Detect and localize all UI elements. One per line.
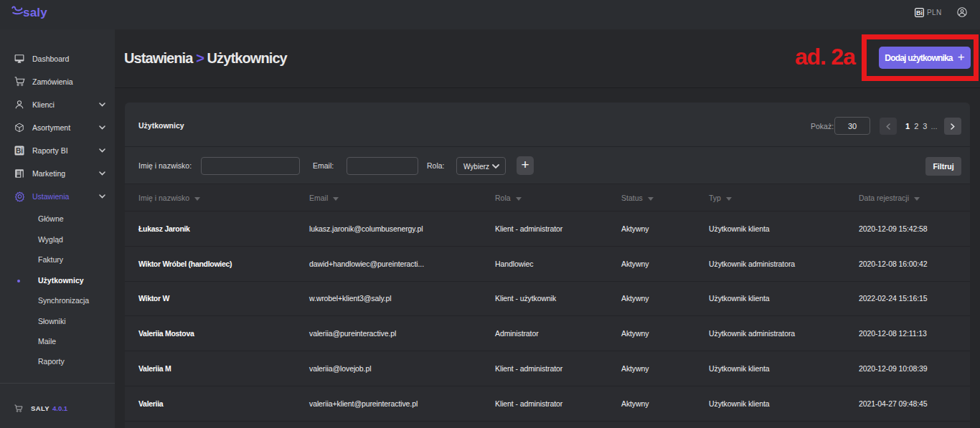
svg-text:Bi: Bi	[16, 147, 23, 155]
svg-text:Bi: Bi	[916, 9, 923, 16]
